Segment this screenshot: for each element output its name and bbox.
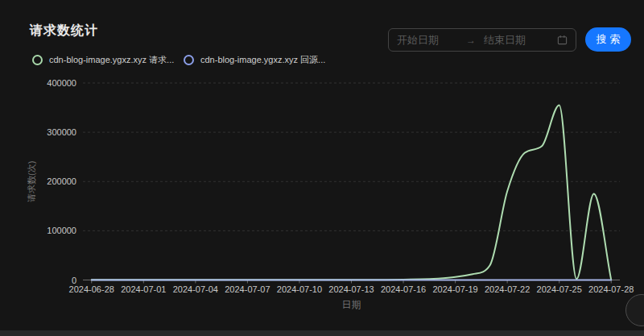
x-tick-label: 2024-07-01	[121, 284, 166, 294]
y-tick-label: 300000	[47, 127, 76, 137]
x-tick-label: 2024-07-10	[277, 284, 322, 294]
x-tick-label: 2024-07-19	[432, 284, 477, 294]
y-axis-name: 请求数(次)	[27, 161, 36, 202]
y-tick-label: 100000	[47, 226, 76, 235]
x-axis-name: 日期	[342, 299, 361, 310]
x-tick-label: 2024-07-13	[328, 284, 374, 294]
x-tick-label: 2024-07-04	[173, 284, 218, 294]
requests-line-chart: 01000002000003000004000002024-06-282024-…	[0, 0, 644, 336]
window-edge	[0, 330, 644, 336]
x-tick-label: 2024-07-16	[381, 284, 426, 294]
y-tick-label: 200000	[47, 176, 76, 186]
x-tick-label: 2024-07-25	[537, 284, 582, 294]
x-tick-label: 2024-07-22	[485, 284, 530, 294]
x-tick-label: 2024-06-28	[69, 284, 114, 294]
x-tick-label: 2024-07-28	[588, 284, 634, 294]
y-tick-label: 0	[72, 276, 76, 285]
series-line-0	[92, 106, 611, 280]
y-tick-label: 400000	[47, 78, 76, 88]
x-tick-label: 2024-07-07	[225, 284, 270, 294]
